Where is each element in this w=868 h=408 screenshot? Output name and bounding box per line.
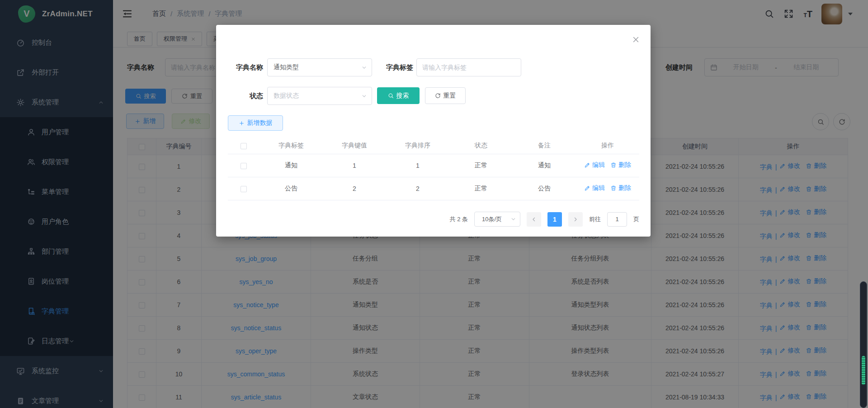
prev-page-button[interactable] (527, 212, 541, 227)
goto-page-input[interactable] (607, 212, 627, 227)
cell-dict-value: 1 (323, 154, 386, 177)
dialog-search-button[interactable]: 搜索 (377, 87, 420, 104)
next-page-button[interactable] (568, 212, 583, 227)
dialog-add-data-button[interactable]: 新增数据 (228, 115, 283, 131)
close-icon[interactable] (632, 36, 640, 43)
dialog-dict-name-select[interactable]: 通知类型 (267, 58, 372, 76)
pencil-icon (584, 162, 590, 168)
chevron-down-icon (361, 93, 367, 99)
header-dict-sort: 字典排序 (386, 138, 449, 154)
cell-operations: 编辑删除 (576, 177, 639, 200)
goto-label: 前往 (589, 215, 601, 223)
app-root: V ZrAdmin.NET 控制台 外部打开 系统管理 用户管理 (0, 0, 868, 408)
cell-remark: 公告 (513, 177, 576, 200)
cell-dict-sort: 2 (386, 177, 449, 200)
plus-icon (239, 120, 245, 126)
cell-remark: 通知 (513, 154, 576, 177)
current-page-button[interactable]: 1 (547, 212, 562, 227)
page-size-select[interactable]: 10条/页 (474, 212, 520, 227)
dialog-reset-button[interactable]: 重置 (425, 87, 466, 104)
cell-status: 正常 (449, 177, 513, 200)
cell-dict-label: 通知 (259, 154, 323, 177)
cell-status: 正常 (449, 154, 513, 177)
trash-icon (610, 162, 617, 168)
cell-operations: 编辑删除 (576, 154, 639, 177)
dict-data-dialog: 字典名称 通知类型 字典标签 状态 数据状态 搜索 重置 新增数据 (216, 25, 651, 237)
cell-dict-sort: 1 (386, 154, 449, 177)
refresh-icon (435, 93, 441, 99)
dialog-status-select[interactable]: 数据状态 (267, 87, 372, 105)
chevron-down-icon (510, 216, 516, 222)
delete-link[interactable]: 删除 (610, 161, 631, 169)
delete-link[interactable]: 删除 (610, 184, 631, 192)
header-remark: 备注 (513, 138, 576, 154)
select-all-checkbox[interactable] (241, 143, 247, 149)
cell-dict-label: 公告 (259, 177, 323, 200)
dialog-status-label: 状态 (228, 87, 263, 105)
dialog-table-row: 公告 2 2 正常 公告 编辑删除 (228, 177, 639, 200)
trash-icon (610, 185, 617, 191)
page-unit-label: 页 (633, 215, 639, 223)
edit-link[interactable]: 编辑 (584, 184, 605, 192)
scrollbar-thumb[interactable] (862, 356, 865, 385)
header-status: 状态 (449, 138, 513, 154)
dialog-dict-label-input[interactable] (416, 58, 521, 76)
dict-data-table: 字典标签 字典键值 字典排序 状态 备注 操作 通知 1 1 正常 通知 编辑删… (228, 138, 639, 200)
row-checkbox[interactable] (241, 186, 247, 192)
dialog-dict-name-label: 字典名称 (228, 58, 263, 76)
header-dict-label: 字典标签 (259, 138, 323, 154)
pagination-total: 共 2 条 (450, 215, 468, 223)
dialog-pagination: 共 2 条 10条/页 1 前往 页 (228, 212, 639, 227)
custom-scrollbar-track[interactable] (860, 281, 867, 408)
dialog-table-row: 通知 1 1 正常 通知 编辑删除 (228, 154, 639, 177)
pencil-icon (584, 185, 590, 191)
search-icon (388, 93, 394, 99)
cell-dict-value: 2 (323, 177, 386, 200)
chevron-right-icon (573, 217, 578, 222)
chevron-down-icon (361, 65, 367, 71)
dialog-table-header-row: 字典标签 字典键值 字典排序 状态 备注 操作 (228, 138, 639, 154)
dialog-dict-label-label: 字典标签 (377, 58, 413, 76)
header-dict-value: 字典键值 (323, 138, 386, 154)
chevron-left-icon (531, 217, 537, 222)
header-operations: 操作 (576, 138, 639, 154)
edit-link[interactable]: 编辑 (584, 161, 605, 169)
row-checkbox[interactable] (241, 163, 247, 169)
